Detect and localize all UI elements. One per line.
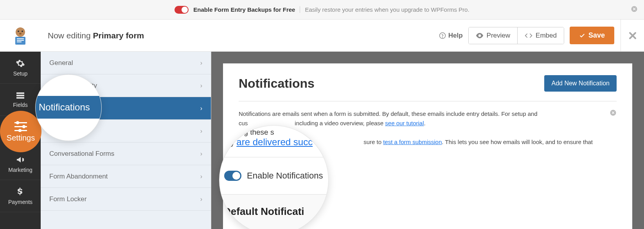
settings-label: Settings (7, 133, 35, 142)
svg-rect-11 (16, 92, 24, 94)
dismiss-notice-icon[interactable] (610, 109, 617, 119)
sidebar-label: Fields (13, 102, 27, 108)
svg-rect-6 (17, 38, 24, 39)
editing-title: Now editing Primary form (41, 31, 439, 40)
sidebar-label: Marketing (8, 167, 32, 173)
promo-banner: Enable Form Entry Backups for Free Easil… (0, 0, 644, 20)
chevron-right-icon: › (200, 105, 202, 112)
embed-button[interactable]: Embed (517, 27, 564, 44)
panel-item-notifications[interactable]: Notifications› (41, 97, 211, 120)
gear-icon (16, 59, 25, 68)
panel-item-general[interactable]: General› (41, 52, 211, 74)
chevron-right-icon: › (200, 128, 202, 135)
svg-point-10 (442, 37, 443, 38)
sidebar-item-payments[interactable]: Payments (0, 180, 41, 212)
chevron-right-icon: › (200, 150, 202, 157)
panel-item-abandonment[interactable]: Form Abandonment› (41, 165, 211, 188)
code-icon (525, 33, 532, 38)
save-button[interactable]: Save (570, 27, 614, 44)
sidebar-item-marketing[interactable]: Marketing (0, 148, 41, 180)
banner-close-icon[interactable] (631, 5, 638, 14)
close-icon (628, 31, 637, 40)
svg-point-16 (16, 121, 19, 124)
panel-item-security[interactable]: ion and Security› (41, 74, 211, 97)
close-builder-button[interactable] (621, 20, 644, 52)
banner-title: Enable Form Entry Backups for Free (193, 6, 295, 13)
content-area: Notifications Add New Notification Notif… (211, 52, 644, 229)
panel-item-conversational[interactable]: Conversational Forms› (41, 142, 211, 165)
sidebar-label: Payments (8, 199, 32, 205)
check-icon (579, 32, 585, 39)
help-icon (439, 32, 446, 39)
test-submission-link[interactable]: test a form submission (383, 139, 442, 145)
page-title: Notifications (239, 76, 315, 91)
svg-rect-13 (16, 97, 24, 99)
svg-point-20 (18, 129, 22, 132)
notification-description: Notifications are emails sent when a for… (239, 109, 617, 147)
chevron-right-icon: › (200, 60, 202, 67)
banner-toggle-icon[interactable] (174, 6, 189, 14)
svg-point-18 (22, 125, 25, 128)
chevron-right-icon: › (200, 196, 202, 203)
tutorial-link[interactable]: see our tutorial (385, 120, 424, 126)
add-notification-button[interactable]: Add New Notification (544, 75, 617, 92)
list-icon (16, 92, 25, 99)
chevron-right-icon: › (200, 173, 202, 180)
settings-highlight: Settings (0, 111, 41, 152)
svg-rect-8 (17, 41, 22, 42)
chevron-right-icon: › (200, 82, 202, 89)
settings-panel: General› ion and Security› Notifications… (41, 52, 211, 229)
panel-item-locker[interactable]: Form Locker› (41, 188, 211, 211)
panel-item-confirmations[interactable]: s› (41, 120, 211, 142)
sidebar-label: Setup (13, 70, 28, 77)
svg-point-4 (19, 33, 22, 34)
bullhorn-icon (16, 155, 25, 164)
preview-button[interactable]: Preview (469, 27, 517, 44)
wpforms-logo-icon (10, 25, 31, 46)
svg-point-3 (22, 31, 23, 32)
svg-point-2 (18, 31, 19, 32)
svg-point-1 (16, 27, 25, 37)
help-button[interactable]: Help (439, 32, 463, 40)
sidebar-item-setup[interactable]: Setup (0, 52, 41, 84)
sliders-icon (14, 121, 27, 132)
banner-description: Easily restore your entries when you upg… (300, 6, 469, 13)
eye-icon (476, 33, 484, 38)
builder-header: Now editing Primary form Help Preview Em… (0, 20, 644, 52)
dollar-icon (17, 187, 24, 197)
svg-rect-7 (17, 40, 24, 41)
svg-rect-12 (16, 95, 24, 96)
